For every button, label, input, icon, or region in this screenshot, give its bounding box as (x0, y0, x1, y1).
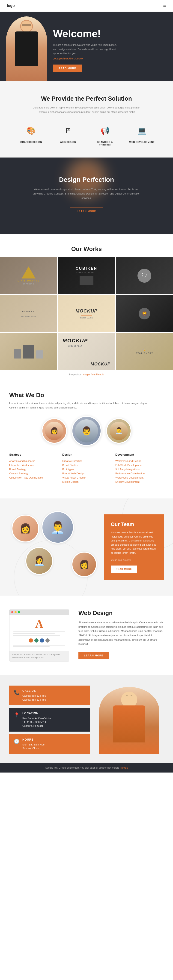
dev-col-title: Development (115, 453, 164, 457)
hero-author: Jocelyn Ruth Abercrombie (53, 57, 164, 60)
web-dev-icon: 💻 (134, 123, 149, 138)
works-grid: DINIS DUARTE BRANDING CUBIKEN KITCHEN ST… (0, 257, 173, 370)
work-item-7[interactable] (0, 333, 57, 370)
nav-hamburger[interactable]: ≡ (163, 3, 166, 9)
team-card-author: Image from Freepik (111, 559, 157, 562)
dot-red (11, 611, 13, 613)
work-item-6[interactable]: 🦁 (116, 295, 173, 332)
location-line3: Coimbra, Portugal (22, 724, 51, 728)
nav-logo[interactable]: logo (7, 4, 15, 8)
hero-content: Welcome! We are a team of innovators who… (49, 19, 173, 81)
dot-green (18, 611, 20, 613)
wwd-cols: Strategy Analysis and Research Interacti… (9, 453, 164, 485)
hero-image-area (0, 16, 49, 81)
mockup-caption: Sample text. Click to edit the text box.… (9, 651, 69, 661)
team-preview-2: 👨 (71, 416, 102, 446)
team-person-2: 👨‍💼 (41, 511, 74, 544)
team-cta-button[interactable]: READ MORE (111, 566, 137, 573)
hero-person-shape (6, 16, 47, 81)
contact-section: 📞 CALL US Call us: 888-123-456 Call us: … (0, 675, 173, 763)
branding-label: BRANDING & PRINTING (91, 141, 119, 146)
phone-icon: 📞 (14, 690, 20, 695)
footer-text: Sample text. Click to edit the text. You… (46, 767, 120, 769)
our-works-title: Our Works (0, 245, 173, 253)
call-us-box: 📞 CALL US Call us: 888-123-456 Call us: … (9, 686, 90, 705)
web-design-text: Web Design Sit amet massa vitae tortor c… (79, 609, 164, 659)
design-item-4[interactable]: Print & Web Design (62, 472, 111, 475)
graphic-design-label: GRAPHIC DESIGN (17, 141, 45, 143)
mockup-line-1 (13, 632, 65, 632)
work-item-5[interactable]: MOCKUP TEMPLATE (58, 295, 115, 332)
wwd-dev-col: Development WordPress and Design Full-St… (115, 453, 164, 485)
service-item-branding: 📢 BRANDING & PRINTING (91, 123, 119, 146)
services-title: We Provide the Perfect Solution (9, 95, 164, 102)
web-design-inner: A Sample text. Click to edit the text bo… (9, 609, 164, 662)
hero-subtitle: We are a team of innovators who value ri… (53, 43, 118, 56)
work-item-4[interactable]: AZARAN ARCHITECTURE (0, 295, 57, 332)
our-works-section: Our Works DINIS DUARTE BRANDING CUBIKEN … (0, 234, 173, 378)
strategy-item-3[interactable]: Brand Strategy (9, 468, 58, 471)
mockup-line-4 (13, 645, 65, 646)
web-design-cta[interactable]: LEARN MORE (79, 652, 109, 659)
strategy-item-4[interactable]: Content Strategy (9, 472, 58, 475)
hero-section: Welcome! We are a team of innovators who… (0, 12, 173, 81)
mockup-titlebar (9, 610, 69, 615)
color-circle-1 (29, 638, 33, 643)
team-person-1: 👩 (11, 515, 39, 542)
footer-credit: Freepik (120, 767, 127, 769)
design-item-1[interactable]: Creative Direction (62, 460, 111, 462)
dev-item-2[interactable]: Full-Stack Development (115, 464, 164, 466)
mockup-line-2 (13, 633, 55, 634)
contact-boxes: 📞 CALL US Call us: 888-123-456 Call us: … (9, 686, 90, 754)
strategy-item-5[interactable]: Conversion Rate Optimization (9, 476, 58, 479)
location-line2: 1A, 1° Dto. 3000-314 (22, 720, 51, 724)
location-icon: 📍 (14, 712, 20, 718)
design-perfection-title: Design Perfection (9, 176, 164, 183)
strategy-item-1[interactable]: Analysis and Research (9, 460, 58, 462)
color-circle-4 (46, 638, 50, 643)
design-item-6[interactable]: Motion Design (62, 480, 111, 483)
wwd-strategy-col: Strategy Analysis and Research Interacti… (9, 453, 58, 485)
strategy-item-2[interactable]: Interactive Workshops (9, 464, 58, 466)
design-col-title: Design (62, 453, 111, 457)
design-item-2[interactable]: Brand Studies (62, 464, 111, 466)
team-preview-1: 👩 (41, 418, 67, 444)
dev-item-5[interactable]: WordPress Development (115, 476, 164, 479)
team-inner: 👩 👨‍💼 👩‍💼 👩 Our Team Nunc ex mauris fauc… (9, 512, 164, 582)
team-section: 👩 👨‍💼 👩‍💼 👩 Our Team Nunc ex mauris fauc… (0, 498, 173, 596)
service-item-dev: 💻 WEB DEVELOPMENT (128, 123, 156, 146)
team-person-3: 👩‍💼 (25, 547, 53, 575)
dot-yellow (14, 611, 17, 613)
dev-item-1[interactable]: WordPress and Design (115, 460, 164, 462)
work-item-9[interactable]: ✏️ STATIONERY (116, 333, 173, 370)
hero-title: Welcome! (53, 28, 164, 40)
freepik-link[interactable]: Images from Freepik (83, 373, 104, 376)
wwd-design-col: Design Creative Direction Brand Studies … (62, 453, 111, 485)
mockup-body: A (9, 615, 69, 651)
work-item-1[interactable]: DINIS DUARTE BRANDING (0, 257, 57, 294)
web-design-icon: 🖥 (61, 123, 75, 138)
dev-item-3[interactable]: 3rd Party Integrations (115, 468, 164, 471)
hero-cta-button[interactable]: READ MORE (53, 65, 82, 72)
hours-icon: 🕐 (14, 738, 20, 744)
work-item-2[interactable]: CUBIKEN KITCHEN STUDIO (58, 257, 115, 294)
work-item-3[interactable]: 🛡 (116, 257, 173, 294)
team-card-title: Our Team (111, 521, 157, 527)
dev-item-4[interactable]: Performance Optimization (115, 472, 164, 475)
work-item-8[interactable]: MOCKUP BRAND MOCKUP (58, 333, 115, 370)
hours-line1: Mon–Sat: 8am–6pm (22, 743, 45, 747)
design-item-3[interactable]: Prototypes (62, 468, 111, 471)
design-perfection-cta[interactable]: LEARN MORE (70, 207, 103, 215)
team-person-4: 👩 (71, 552, 97, 577)
team-persons-area: 👩 👨‍💼 👩‍💼 👩 (9, 512, 104, 582)
web-design-label: WEB DESIGN (54, 141, 82, 143)
hours-box: 🕐 HOURS Mon–Sat: 8am–6pm Sunday: Closed (9, 734, 90, 754)
services-section: We Provide the Perfect Solution Duis aut… (0, 81, 173, 158)
services-subtitle: Duis aute irure dolor in reprehenderit i… (29, 105, 144, 114)
web-design-mockup: A Sample text. Click to edit the text bo… (9, 609, 69, 662)
location-line1: Rua Padre António Vieira (22, 716, 51, 720)
dev-item-6[interactable]: Shopify Development (115, 480, 164, 483)
team-card-text: Nunc ex mauris faucibus nunc aliquet mal… (111, 531, 157, 555)
web-design-section: A Sample text. Click to edit the text bo… (0, 596, 173, 675)
design-item-5[interactable]: Visual Asset Creation (62, 476, 111, 479)
